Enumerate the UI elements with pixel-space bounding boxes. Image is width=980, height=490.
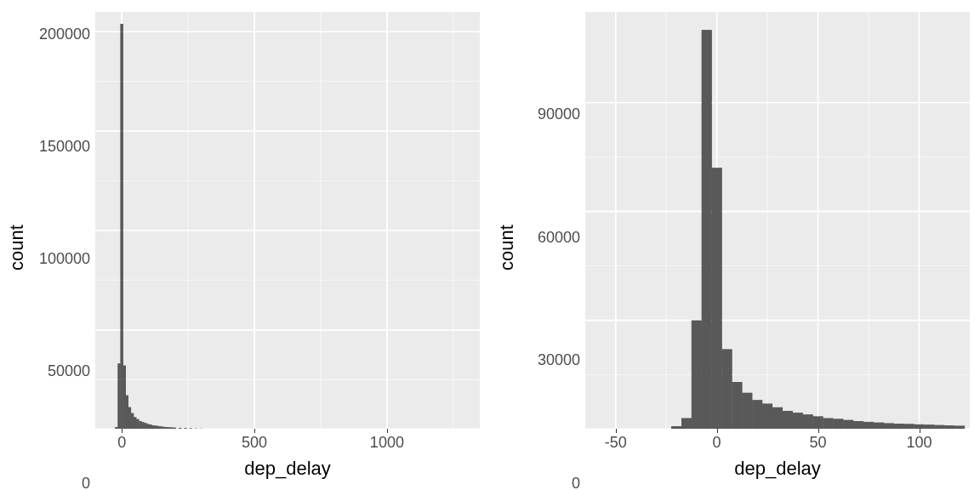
svg-rect-173 [874,423,884,430]
x-axis-label: dep_delay [585,458,970,483]
y-tick: 0 [82,475,90,491]
svg-rect-154 [681,419,692,430]
svg-rect-158 [722,350,732,430]
svg-rect-174 [884,424,894,430]
svg-rect-165 [793,413,803,429]
plot-area [95,12,480,429]
svg-rect-164 [783,411,793,429]
plot-area [585,12,970,429]
y-tick: 100000 [39,250,90,268]
svg-rect-66 [123,366,126,430]
svg-rect-64 [117,363,120,429]
y-tick: 200000 [39,26,90,43]
svg-rect-156 [702,30,712,429]
y-tick: 150000 [39,138,90,156]
svg-rect-71 [136,419,139,430]
x-axis-ticks: 05001000 [95,429,480,458]
x-tick: 0 [713,434,721,452]
svg-rect-163 [772,407,783,430]
svg-rect-166 [803,414,813,429]
y-tick: 60000 [538,228,580,246]
chart-panel-right: count 0300006000090000 -50050100 dep_del… [490,0,980,490]
y-axis-label: count [5,12,29,483]
svg-rect-65 [121,24,123,429]
svg-rect-159 [732,382,742,429]
svg-rect-74 [145,423,147,429]
y-axis-ticks: 050000100000150000200000 [29,12,95,483]
y-axis-ticks: 0300006000090000 [519,12,585,483]
y-tick: 50000 [48,362,90,380]
svg-rect-155 [692,321,702,430]
x-tick: 1000 [370,434,404,452]
svg-rect-169 [833,419,843,430]
svg-rect-68 [128,407,131,430]
x-axis-ticks: -50050100 [585,429,970,458]
svg-rect-161 [752,400,762,429]
svg-rect-167 [813,417,823,430]
y-tick: 0 [572,475,580,491]
svg-rect-168 [823,419,834,430]
x-axis-label: dep_delay [95,458,480,483]
svg-rect-73 [142,422,145,429]
svg-rect-157 [712,168,722,429]
svg-rect-170 [843,420,853,430]
svg-rect-69 [131,413,134,430]
x-tick: 0 [117,434,126,452]
x-tick: -50 [605,434,627,452]
svg-rect-172 [863,422,874,430]
y-tick: 90000 [538,105,580,123]
svg-rect-162 [762,404,772,430]
x-tick: 500 [242,434,267,452]
x-tick: 50 [810,434,827,452]
figure: count 050000100000150000200000 05001000 … [0,0,980,490]
svg-rect-72 [139,421,141,429]
x-tick: 100 [906,434,932,452]
y-axis-label: count [495,12,519,483]
y-tick: 30000 [538,351,580,369]
svg-rect-70 [134,417,136,429]
svg-rect-171 [853,421,863,429]
svg-rect-67 [126,396,128,430]
chart-panel-left: count 050000100000150000200000 05001000 … [0,0,490,490]
svg-rect-160 [742,393,752,430]
